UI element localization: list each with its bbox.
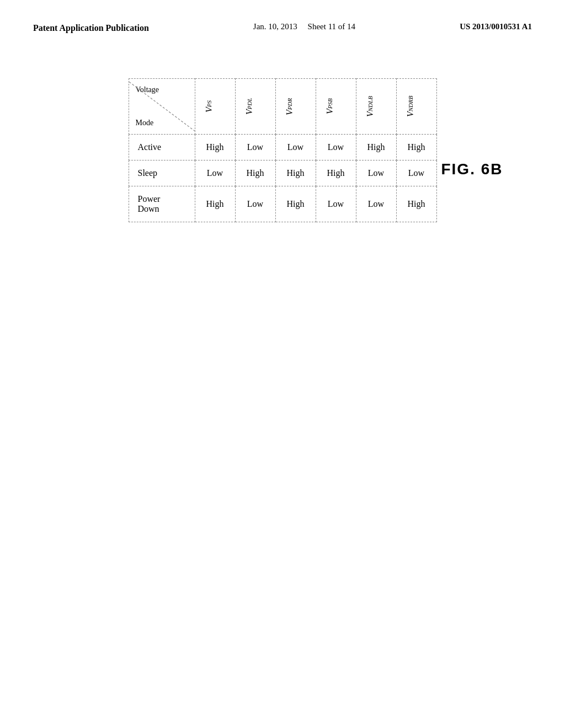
mode-active: Active (129, 135, 195, 160)
cell-active-vpdl: Low (235, 135, 275, 160)
header-left: Patent Application Publication (33, 22, 149, 34)
mode-sleep: Sleep (129, 160, 195, 186)
sheet-info: Sheet 11 of 14 (308, 22, 356, 31)
cell-powerdown-vpdl: Low (235, 186, 275, 222)
publication-title: Patent Application Publication (33, 23, 149, 33)
publication-date: Jan. 10, 2013 (253, 22, 297, 31)
cell-active-vpsb: Low (316, 135, 356, 160)
col-header-vps: VPS (195, 79, 235, 135)
patent-number: US 2013/0010531 A1 (460, 22, 532, 31)
page: Patent Application Publication Jan. 10, … (0, 0, 565, 222)
cell-powerdown-vndrb: High (396, 186, 436, 222)
main-content: Voltage Mode VPS VPDL (0, 45, 565, 222)
cell-sleep-vpdl: High (235, 160, 275, 186)
cell-active-vpdr: Low (275, 135, 316, 160)
col-header-vpdl: VPDL (235, 79, 275, 135)
cell-powerdown-vps: High (195, 186, 235, 222)
cell-sleep-vps: Low (195, 160, 235, 186)
table-row: Power Down High Low High Low Low High (129, 186, 436, 222)
col-header-vpsb: VPSB (316, 79, 356, 135)
cell-sleep-vndlb: Low (356, 160, 396, 186)
table-header-row: Voltage Mode VPS VPDL (129, 79, 436, 135)
page-header: Patent Application Publication Jan. 10, … (0, 0, 565, 45)
cell-powerdown-vpsb: Low (316, 186, 356, 222)
corner-cell: Voltage Mode (129, 79, 195, 135)
table-container: Voltage Mode VPS VPDL (129, 78, 437, 222)
cell-powerdown-vndlb: Low (356, 186, 396, 222)
figure-label: FIG. 6B (441, 160, 503, 178)
header-center: Jan. 10, 2013 Sheet 11 of 14 (253, 22, 355, 31)
cell-powerdown-vpdr: High (275, 186, 316, 222)
col-header-vndrb: VNDRB (396, 79, 436, 135)
header-right: US 2013/0010531 A1 (460, 22, 532, 31)
col-header-vndlb: VNDLB (356, 79, 396, 135)
mode-powerdown: Power Down (129, 186, 195, 222)
table-row: Active High Low Low Low High High (129, 135, 436, 160)
cell-sleep-vpsb: High (316, 160, 356, 186)
cell-sleep-vndrb: Low (396, 160, 436, 186)
corner-voltage-label: Voltage (134, 83, 190, 94)
cell-active-vndrb: High (396, 135, 436, 160)
col-header-vpdr: VPDR (275, 79, 316, 135)
data-table: Voltage Mode VPS VPDL (129, 78, 437, 222)
table-row: Sleep Low High High High Low Low (129, 160, 436, 186)
corner-mode-label: Mode (134, 119, 154, 130)
cell-active-vndlb: High (356, 135, 396, 160)
cell-sleep-vpdr: High (275, 160, 316, 186)
cell-active-vps: High (195, 135, 235, 160)
